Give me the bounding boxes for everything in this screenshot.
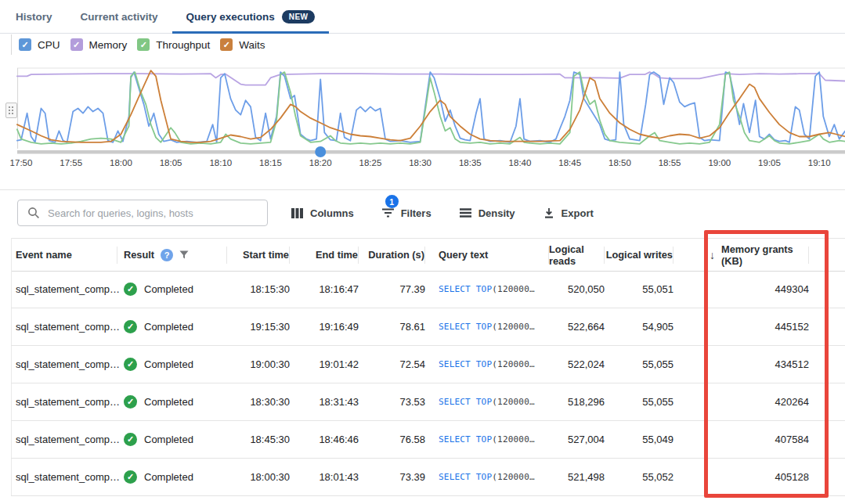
event-name-cell: sql_statement_comp… (11, 383, 117, 420)
checkbox-checked-icon[interactable]: ✓ (19, 38, 31, 51)
start-value: 19:00:30 (250, 358, 290, 370)
brush-handle-icon[interactable] (5, 103, 17, 118)
result-text: Completed (144, 396, 193, 408)
end-time-cell: 18:01:43 (290, 459, 359, 495)
result-cell: ✓Completed (117, 459, 227, 495)
duration-cell: 72.54 (359, 346, 425, 383)
grants-value: 449304 (775, 283, 809, 295)
table-actions: ColumnsFilters1DensityExport (277, 200, 608, 225)
completed-check-icon: ✓ (124, 395, 137, 409)
search-box[interactable] (17, 200, 268, 226)
table-toolbar: ColumnsFilters1DensityExport (17, 200, 608, 226)
column-filter-icon[interactable] (179, 250, 189, 259)
toolbar-button-export[interactable]: Export (529, 200, 608, 225)
query-keyword-link[interactable]: SELECT TOP (439, 397, 492, 407)
metric-toggle-throughput[interactable]: ✓Throughput (137, 38, 210, 51)
logical-reads-cell: 522,024 (549, 346, 605, 383)
query-text-truncated: (120000… (492, 472, 535, 482)
tab-query-executions[interactable]: Query executionsNEW (172, 0, 330, 33)
checkbox-checked-icon[interactable]: ✓ (220, 38, 233, 51)
axis-tick-label: 18:25 (359, 158, 382, 167)
end-time-cell: 19:01:42 (290, 346, 359, 383)
help-icon[interactable]: ? (161, 249, 173, 261)
axis-tick-label: 19:00 (708, 158, 731, 167)
row-spacer (809, 421, 845, 458)
end-value: 18:01:43 (319, 471, 359, 483)
end-value: 19:16:49 (319, 321, 359, 333)
table-row[interactable]: sql_statement_comp…✓Completed18:45:3018:… (11, 421, 845, 459)
axis-tick-label: 18:55 (659, 158, 681, 167)
sort-desc-icon[interactable]: ↓ (710, 249, 715, 261)
axis-tick-label: 19:05 (758, 158, 781, 167)
query-keyword-link[interactable]: SELECT TOP (439, 322, 492, 332)
writes-value: 55,055 (642, 358, 673, 370)
column-header-end-time[interactable]: End time (290, 247, 359, 264)
slider-handle[interactable] (315, 146, 326, 157)
slider-track[interactable] (17, 150, 845, 154)
toolbar-button-label: Density (478, 207, 515, 219)
table-row[interactable]: sql_statement_comp…✓Completed18:30:3018:… (11, 383, 845, 421)
toolbar-button-label: Columns (310, 207, 354, 219)
query-text-truncated: (120000… (492, 322, 535, 332)
column-header-result[interactable]: Result? (117, 247, 227, 264)
result-cell: ✓Completed (117, 421, 227, 458)
axis-tick-label: 18:35 (459, 158, 482, 167)
completed-check-icon: ✓ (124, 358, 137, 371)
checkbox-checked-icon[interactable]: ✓ (70, 38, 83, 51)
query-text-cell: SELECT TOP (120000… (425, 271, 549, 308)
column-header-start-time[interactable]: Start time (227, 247, 290, 264)
query-insights-screen: HistoryCurrent activityQuery executionsN… (0, 0, 845, 504)
logical-writes-cell: 55,052 (605, 459, 673, 495)
event-name-cell: sql_statement_comp… (11, 459, 117, 495)
column-header-event-name[interactable]: Event name (11, 247, 117, 264)
column-header-duration-s-[interactable]: Duration (s) (359, 247, 425, 264)
metric-toggle-cpu[interactable]: ✓CPU (19, 38, 60, 51)
toolbar-button-density[interactable]: Density (446, 200, 529, 225)
query-text-truncated: (120000… (492, 284, 535, 294)
table-row[interactable]: sql_statement_comp…✓Completed18:15:3018:… (11, 271, 845, 308)
query-keyword-link[interactable]: SELECT TOP (439, 359, 492, 369)
tab-history[interactable]: History (2, 0, 67, 33)
end-time-cell: 18:46:46 (290, 421, 359, 458)
axis-tick-label: 18:40 (509, 158, 532, 167)
grants-value: 420264 (775, 396, 809, 408)
toolbar-button-columns[interactable]: Columns (277, 200, 368, 225)
query-keyword-link[interactable]: SELECT TOP (439, 284, 492, 294)
grants-value: 405128 (775, 471, 809, 483)
search-input[interactable] (46, 207, 261, 220)
writes-value: 55,051 (642, 283, 673, 295)
column-header-label: Query text (439, 249, 488, 261)
column-header-query-text[interactable]: Query text (425, 247, 549, 264)
writes-value: 55,055 (642, 396, 673, 408)
column-header-memory-grants-kb-[interactable]: ↓Memory grants (KB) (673, 247, 809, 264)
duration-value: 73.39 (399, 471, 425, 483)
writes-value: 55,052 (642, 471, 673, 483)
logical-writes-cell: 55,055 (605, 346, 673, 383)
query-keyword-link[interactable]: SELECT TOP (439, 434, 492, 445)
memory-grants-cell: 449304 (673, 271, 809, 308)
metric-label: Throughput (156, 39, 210, 51)
grants-value: 407584 (775, 434, 809, 445)
result-cell: ✓Completed (117, 383, 227, 420)
table-row[interactable]: sql_statement_comp…✓Completed19:00:3019:… (11, 346, 845, 383)
tab-current-activity[interactable]: Current activity (67, 0, 172, 33)
axis-tick-label: 18:05 (160, 158, 182, 167)
column-header-logical-writes[interactable]: Logical writes (605, 247, 673, 264)
table-row[interactable]: sql_statement_comp…✓Completed18:00:3018:… (11, 459, 845, 496)
logical-reads-cell: 518,296 (549, 383, 605, 420)
end-time-cell: 18:31:43 (290, 383, 359, 420)
memory-grants-cell: 445152 (673, 308, 809, 345)
toolbar-button-filters[interactable]: Filters1 (368, 200, 446, 225)
table-row[interactable]: sql_statement_comp…✓Completed19:15:3019:… (11, 308, 845, 346)
axis-tick-label: 17:55 (60, 158, 82, 167)
metric-label: CPU (38, 39, 60, 51)
duration-value: 73.53 (399, 396, 425, 408)
query-keyword-link[interactable]: SELECT TOP (439, 472, 492, 482)
metric-toggle-memory[interactable]: ✓Memory (70, 38, 128, 51)
checkbox-checked-icon[interactable]: ✓ (137, 38, 150, 51)
column-header-logical-reads[interactable]: Logical reads (549, 247, 605, 264)
axis-tick-label: 19:10 (808, 158, 831, 167)
timeseries-chart[interactable] (0, 61, 845, 158)
logical-reads-cell: 527,004 (549, 421, 605, 458)
metric-toggle-waits[interactable]: ✓Waits (220, 38, 265, 51)
